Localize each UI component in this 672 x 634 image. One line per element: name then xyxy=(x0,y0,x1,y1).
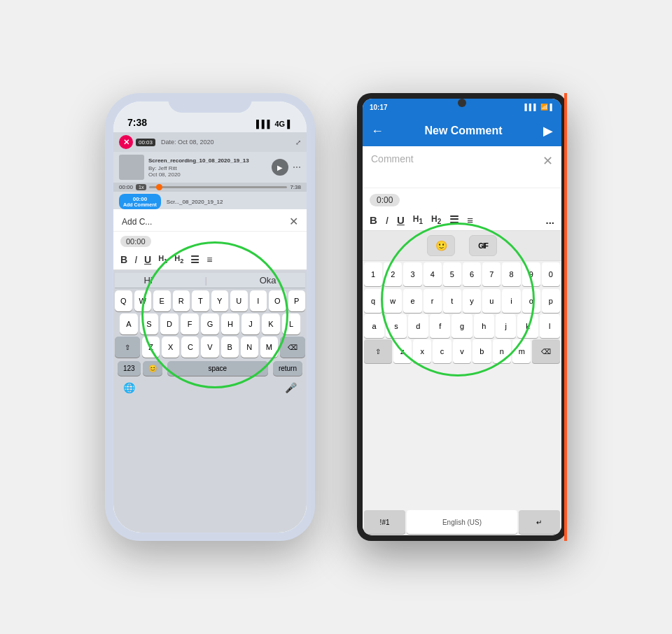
key-l[interactable]: L xyxy=(282,314,300,334)
key-p[interactable]: P xyxy=(288,290,306,311)
key-o[interactable]: O xyxy=(269,290,286,311)
key-emoji[interactable]: 😊 xyxy=(143,361,162,376)
key-7[interactable]: 7 xyxy=(482,262,500,286)
key-b[interactable]: B xyxy=(221,337,239,358)
ios-timeline-bar[interactable] xyxy=(149,186,287,188)
akey-a[interactable]: a xyxy=(364,314,384,338)
key-return[interactable]: return xyxy=(273,361,302,376)
key-space[interactable]: space xyxy=(167,361,268,376)
akey-shift[interactable]: ⇧ xyxy=(364,339,392,363)
key-6[interactable]: 6 xyxy=(463,262,481,286)
akey-enter[interactable]: ↵ xyxy=(519,510,560,534)
ios-suggest-left[interactable]: Hi xyxy=(144,275,152,286)
akey-special[interactable]: !#1 xyxy=(364,510,405,534)
akey-s[interactable]: s xyxy=(386,314,406,338)
key-r[interactable]: R xyxy=(173,290,190,311)
android-more-button[interactable]: ... xyxy=(545,214,554,226)
key-y[interactable]: Y xyxy=(211,290,229,311)
key-shift[interactable]: ⇧ xyxy=(115,337,140,358)
android-clear-button[interactable]: ✕ xyxy=(542,153,553,169)
ios-close-button[interactable]: ✕ xyxy=(119,135,133,149)
key-x[interactable]: X xyxy=(162,337,179,358)
key-0[interactable]: 0 xyxy=(542,262,560,286)
key-g[interactable]: G xyxy=(201,314,219,334)
h2-button[interactable]: H2 xyxy=(174,254,183,265)
akey-m[interactable]: m xyxy=(512,339,531,363)
key-m[interactable]: M xyxy=(260,337,278,358)
key-t[interactable]: T xyxy=(192,290,209,311)
key-123[interactable]: 123 xyxy=(118,361,141,376)
akey-y[interactable]: y xyxy=(463,289,481,313)
akey-j[interactable]: j xyxy=(496,314,516,338)
key-9[interactable]: 9 xyxy=(522,262,540,286)
akey-e[interactable]: e xyxy=(403,289,421,313)
akey-x[interactable]: x xyxy=(413,339,431,363)
akey-p[interactable]: p xyxy=(542,289,560,313)
key-v[interactable]: V xyxy=(201,337,218,358)
ios-globe-icon[interactable]: 🌐 xyxy=(123,382,135,393)
key-c[interactable]: C xyxy=(181,337,199,358)
android-comment-input[interactable]: Comment ✕ xyxy=(363,146,561,188)
italic-button[interactable]: I xyxy=(134,254,137,265)
h1-button[interactable]: H1 xyxy=(158,254,167,265)
ios-play-button[interactable]: ▶ xyxy=(272,159,288,176)
android-unordered-list-button[interactable]: ≡ xyxy=(467,214,473,226)
ios-add-comment-bubble[interactable]: 00:00 Add Comment xyxy=(119,194,161,209)
key-2[interactable]: 2 xyxy=(384,262,402,286)
key-q[interactable]: Q xyxy=(115,290,132,311)
akey-i[interactable]: i xyxy=(502,289,520,313)
akey-r[interactable]: r xyxy=(424,289,442,313)
ordered-list-button[interactable]: ☰ xyxy=(190,254,200,265)
ios-expand-icon[interactable]: ⤢ xyxy=(295,139,301,146)
android-emoji-button[interactable]: 🙂 xyxy=(427,235,455,256)
android-send-button[interactable]: ▶ xyxy=(543,123,553,139)
ios-close-modal-icon[interactable]: ✕ xyxy=(289,215,298,228)
android-ordered-list-button[interactable]: ☰ xyxy=(449,213,458,226)
ios-more-icon[interactable]: ⋯ xyxy=(293,162,301,172)
unordered-list-button[interactable]: ≡ xyxy=(206,254,212,265)
key-5[interactable]: 5 xyxy=(443,262,461,286)
key-u[interactable]: U xyxy=(230,290,248,311)
akey-t[interactable]: t xyxy=(443,289,461,313)
akey-v[interactable]: v xyxy=(453,339,471,363)
android-back-button[interactable]: ← xyxy=(371,124,384,139)
key-n[interactable]: N xyxy=(241,337,258,358)
akey-q[interactable]: q xyxy=(364,289,382,313)
akey-f[interactable]: f xyxy=(430,314,450,338)
android-underline-button[interactable]: U xyxy=(397,214,405,226)
android-h1-button[interactable]: H1 xyxy=(413,214,423,225)
key-k[interactable]: K xyxy=(262,314,280,334)
akey-h[interactable]: h xyxy=(474,314,494,338)
key-a[interactable]: A xyxy=(120,314,138,334)
ios-mic-icon[interactable]: 🎤 xyxy=(285,382,297,393)
android-italic-button[interactable]: I xyxy=(386,214,388,226)
key-h[interactable]: H xyxy=(221,314,239,334)
key-delete[interactable]: ⌫ xyxy=(280,337,305,358)
akey-delete[interactable]: ⌫ xyxy=(532,339,560,363)
akey-space[interactable]: English (US) xyxy=(407,510,517,534)
akey-z[interactable]: z xyxy=(393,339,412,363)
akey-k[interactable]: k xyxy=(517,314,538,338)
akey-l[interactable]: l xyxy=(540,314,560,338)
akey-b[interactable]: b xyxy=(472,339,491,363)
key-3[interactable]: 3 xyxy=(403,262,421,286)
key-4[interactable]: 4 xyxy=(424,262,442,286)
akey-w[interactable]: w xyxy=(384,289,402,313)
key-e[interactable]: E xyxy=(153,290,171,311)
key-w[interactable]: W xyxy=(134,290,152,311)
akey-n[interactable]: n xyxy=(493,339,511,363)
key-1[interactable]: 1 xyxy=(364,262,382,286)
key-f[interactable]: F xyxy=(181,314,199,334)
key-i[interactable]: I xyxy=(250,290,267,311)
android-bold-button[interactable]: B xyxy=(370,214,377,226)
akey-o[interactable]: o xyxy=(522,289,540,313)
android-h2-button[interactable]: H2 xyxy=(431,214,441,225)
akey-c[interactable]: c xyxy=(433,339,451,363)
akey-u[interactable]: u xyxy=(482,289,500,313)
key-8[interactable]: 8 xyxy=(502,262,520,286)
android-gif-button[interactable]: GIF xyxy=(469,235,497,256)
bold-button[interactable]: B xyxy=(120,254,127,265)
key-s[interactable]: S xyxy=(140,314,158,334)
key-j[interactable]: J xyxy=(241,314,260,334)
akey-d[interactable]: d xyxy=(408,314,428,338)
